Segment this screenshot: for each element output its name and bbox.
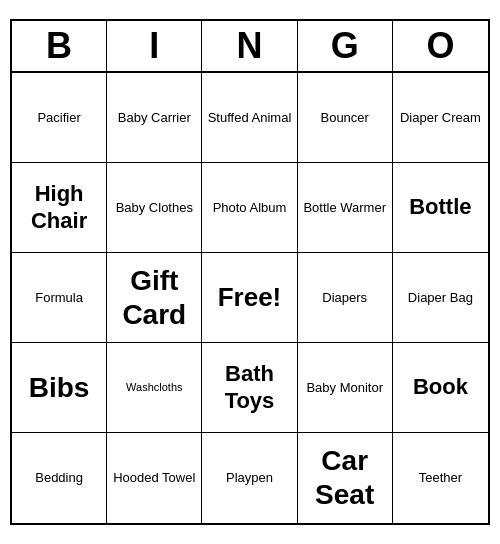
bingo-grid: PacifierBaby CarrierStuffed AnimalBounce… [12, 73, 488, 523]
bingo-cell: Bath Toys [202, 343, 297, 433]
bingo-header: BINGO [12, 21, 488, 73]
bingo-cell: Baby Monitor [298, 343, 393, 433]
bingo-cell: Bibs [12, 343, 107, 433]
bingo-cell: High Chair [12, 163, 107, 253]
bingo-cell: Stuffed Animal [202, 73, 297, 163]
bingo-cell: Pacifier [12, 73, 107, 163]
bingo-cell: Playpen [202, 433, 297, 523]
bingo-cell: Bottle Warmer [298, 163, 393, 253]
bingo-cell: Washcloths [107, 343, 202, 433]
bingo-cell: Book [393, 343, 488, 433]
bingo-cell: Diapers [298, 253, 393, 343]
bingo-cell: Baby Clothes [107, 163, 202, 253]
bingo-cell: Diaper Cream [393, 73, 488, 163]
bingo-cell: Formula [12, 253, 107, 343]
bingo-cell: Photo Album [202, 163, 297, 253]
header-letter: N [202, 21, 297, 71]
bingo-cell: Diaper Bag [393, 253, 488, 343]
bingo-cell: Baby Carrier [107, 73, 202, 163]
bingo-cell: Teether [393, 433, 488, 523]
bingo-cell: Bedding [12, 433, 107, 523]
bingo-cell: Hooded Towel [107, 433, 202, 523]
bingo-cell: Gift Card [107, 253, 202, 343]
bingo-card: BINGO PacifierBaby CarrierStuffed Animal… [10, 19, 490, 525]
header-letter: B [12, 21, 107, 71]
bingo-cell: Bottle [393, 163, 488, 253]
header-letter: G [298, 21, 393, 71]
bingo-cell: Free! [202, 253, 297, 343]
bingo-cell: Car Seat [298, 433, 393, 523]
bingo-cell: Bouncer [298, 73, 393, 163]
header-letter: O [393, 21, 488, 71]
header-letter: I [107, 21, 202, 71]
